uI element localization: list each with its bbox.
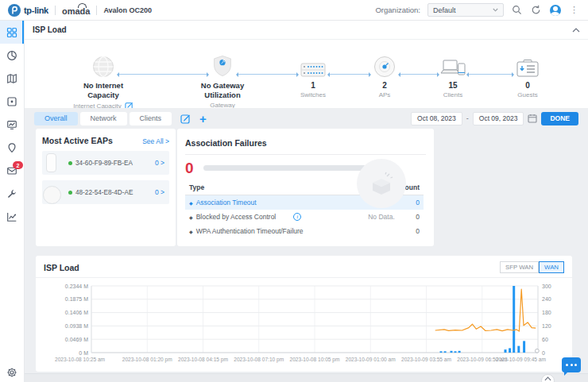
most-active-eaps-panel: Most Active EAPs See All > 34-60-F9-89-F… [36,129,176,246]
sidebar-item-insight[interactable] [0,136,24,159]
eap-device-image [46,153,56,172]
sidebar-item-reports[interactable] [0,205,24,228]
svg-text:120: 120 [542,323,551,329]
svg-text:2023-10-09 01:00 am: 2023-10-09 01:00 am [346,357,397,362]
no-data-text: No Data. [350,213,413,221]
failure-count: 0 [416,199,420,206]
node-gateway[interactable]: No Gateway Utilization Gateway [187,52,258,109]
svg-text:0.1406 M: 0.1406 M [65,310,88,315]
gateway-shield-icon [187,52,258,78]
top-bar: tp-link omada Avalon OC200 Organization:… [0,0,588,21]
failures-progress-bar [203,165,366,171]
refresh-icon[interactable] [530,4,542,16]
node-internet[interactable]: No Internet Capacity Internet Capacity [68,52,139,110]
bullet-icon: ◆ [189,214,193,220]
collapse-section-button[interactable] [572,28,580,33]
svg-text:240: 240 [542,296,551,302]
failure-count: 0 [416,213,420,221]
node-switches[interactable]: 1 Switches [287,52,339,98]
eap-row[interactable]: 34-60-F9-89-FB-EA0 > [42,151,169,175]
svg-text:2023-10-08 04:15 pm: 2023-10-08 04:15 pm [178,357,229,363]
svg-text:2023-10-08 10:25 am: 2023-10-08 10:25 am [55,357,106,362]
panel-title: ISP Load [44,263,79,272]
internet-globe-icon [68,52,139,78]
statistics-icon [6,50,17,61]
node-guests[interactable]: 0 Guests [503,52,552,98]
info-icon[interactable]: i [293,213,301,221]
guests-pass-icon [503,52,552,78]
svg-text:0: 0 [542,350,545,356]
svg-text:0.0938 M: 0.0938 M [65,323,88,329]
chevron-up-icon [544,376,551,381]
column-header-type: Type [189,183,204,191]
wan-toggle: SFP WANWAN [500,261,564,273]
node-label: Switches [287,91,339,98]
eap-count-link[interactable]: 0 > [155,188,169,196]
see-all-link[interactable]: See All > [142,137,169,145]
calendar-icon[interactable] [528,114,537,123]
date-end-field[interactable]: Oct 09, 2023 [473,112,524,125]
sidebar-item-map[interactable] [0,67,24,90]
dashboard-icon [6,27,17,38]
node-title: No Gateway Utilization [187,81,258,100]
eap-row[interactable]: 48-22-54-E8-4D-AE0 > [42,180,169,204]
bullet-icon: ◆ [189,200,193,206]
status-dot-icon [68,191,72,195]
failure-count: 0 [416,227,420,235]
page-title: ISP Load [33,25,67,34]
svg-text:2023-10-09 09:45 am: 2023-10-09 09:45 am [496,357,547,362]
eap-count-link[interactable]: 0 > [155,159,169,167]
sidebar-item-logs[interactable]: 2 [0,159,24,182]
wan-button-wan[interactable]: WAN [539,261,564,273]
sidebar-item-statistics[interactable] [0,44,24,67]
node-label: Guests [503,91,552,98]
chevron-up-icon [572,28,580,33]
bottom-bar [25,373,588,382]
association-failures-panel: Association Failures 0 Type Count ◆Assoc… [177,129,434,246]
eap-device-image [43,186,61,204]
chat-icon[interactable] [562,357,581,372]
node-label: Clients [427,91,479,98]
svg-text:0.2344 M: 0.2344 M [65,284,88,289]
svg-text:180: 180 [542,310,551,315]
sidebar-item-dashboard[interactable] [0,21,24,44]
organization-select[interactable]: Default [427,3,504,17]
organization-value: Default [433,6,493,14]
svg-text:0.1875 M: 0.1875 M [65,296,88,302]
panel-title: Most Active EAPs [42,136,113,145]
svg-text:2023-10-08 10:05 pm: 2023-10-08 10:05 pm [289,357,340,363]
access-point-icon [360,52,409,78]
date-start-field[interactable]: Oct 08, 2023 [411,112,462,125]
status-dot-icon [68,161,72,165]
node-aps[interactable]: 2 APs [360,52,409,98]
organization-label: Organization: [375,6,420,14]
tab-overall[interactable]: Overall [34,112,78,125]
tab-clients[interactable]: Clients [130,112,172,125]
tab-network[interactable]: Network [80,112,127,125]
no-data-icon [357,159,406,208]
node-clients[interactable]: 15 Clients [427,52,479,98]
more-icon[interactable]: ⋮ [568,4,580,16]
search-icon[interactable] [511,4,523,16]
edit-dashboard-icon[interactable] [180,114,191,124]
failures-total: 0 [185,160,194,176]
sidebar-item-clients[interactable] [0,113,24,136]
add-dashboard-icon[interactable]: + [199,113,207,125]
dashboard-toolbar: OverallNetworkClients + Oct 08, 2023 - O… [34,111,578,125]
wan-button-sfp-wan[interactable]: SFP WAN [500,261,539,273]
sidebar-item-devices[interactable] [0,90,24,113]
scroll-top-button[interactable] [541,374,555,382]
failure-row: ◆WPA Authentication Timeout/Failure0 [185,224,424,238]
topology-row: No Internet Capacity Internet Capacity N… [25,40,588,108]
account-icon[interactable] [549,4,561,16]
divider [185,154,426,155]
tplink-logo-icon [8,4,21,17]
node-count: 0 [503,81,552,90]
done-button[interactable]: DONE [541,112,578,125]
sidebar-item-settings[interactable] [0,367,24,378]
controller-name: Avalon OC200 [103,6,152,14]
main-content: ISP Load No Internet Capacity Internet C… [25,21,588,382]
sidebar-item-tools[interactable] [0,182,24,205]
divider [96,6,97,15]
eap-mac: 34-60-F9-89-FB-EA [75,160,133,167]
